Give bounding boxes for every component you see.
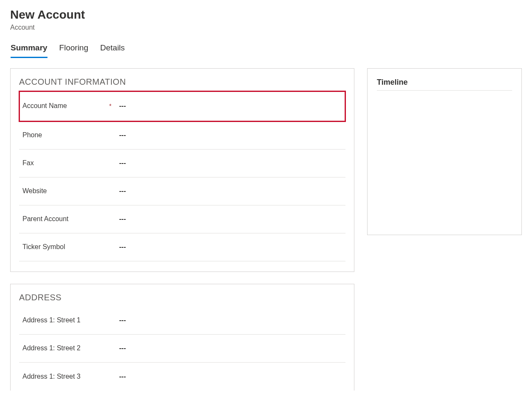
section-account-information: ACCOUNT INFORMATION Account Name * --- P… bbox=[10, 68, 354, 272]
field-row-parent-account[interactable]: Parent Account --- bbox=[19, 205, 345, 233]
field-value-website[interactable]: --- bbox=[116, 187, 342, 195]
field-label-fax: Fax bbox=[22, 159, 34, 167]
field-value-fax[interactable]: --- bbox=[116, 159, 342, 167]
field-label-address1-street2: Address 1: Street 2 bbox=[22, 344, 81, 352]
required-indicator: * bbox=[109, 103, 111, 109]
field-label-parent-account: Parent Account bbox=[22, 215, 69, 223]
field-value-account-name[interactable]: --- bbox=[116, 102, 342, 110]
timeline-title: Timeline bbox=[377, 78, 512, 91]
field-row-phone[interactable]: Phone --- bbox=[19, 122, 345, 150]
field-label-address1-street3: Address 1: Street 3 bbox=[22, 373, 81, 380]
field-value-ticker-symbol[interactable]: --- bbox=[116, 243, 342, 251]
field-row-fax[interactable]: Fax --- bbox=[19, 150, 345, 177]
field-value-address1-street2[interactable]: --- bbox=[116, 344, 342, 352]
field-row-address1-street2[interactable]: Address 1: Street 2 --- bbox=[19, 335, 345, 363]
tab-summary[interactable]: Summary bbox=[11, 43, 47, 58]
section-header-account-information: ACCOUNT INFORMATION bbox=[11, 69, 354, 91]
section-address: ADDRESS Address 1: Street 1 --- Address … bbox=[10, 284, 354, 391]
field-label-account-name: Account Name bbox=[22, 102, 67, 110]
field-row-address1-street3[interactable]: Address 1: Street 3 --- bbox=[19, 363, 345, 391]
field-label-phone: Phone bbox=[22, 131, 42, 139]
field-row-ticker-symbol[interactable]: Ticker Symbol --- bbox=[19, 233, 345, 261]
section-header-address: ADDRESS bbox=[11, 284, 354, 307]
timeline-panel: Timeline bbox=[367, 68, 522, 235]
tab-flooring[interactable]: Flooring bbox=[59, 43, 89, 58]
tab-list: Summary Flooring Details bbox=[10, 43, 522, 58]
field-value-parent-account[interactable]: --- bbox=[116, 215, 342, 223]
field-row-address1-street1[interactable]: Address 1: Street 1 --- bbox=[19, 307, 345, 335]
tab-details[interactable]: Details bbox=[100, 43, 125, 58]
field-value-address1-street1[interactable]: --- bbox=[116, 316, 342, 324]
field-label-address1-street1: Address 1: Street 1 bbox=[22, 316, 81, 324]
field-label-ticker-symbol: Ticker Symbol bbox=[22, 243, 65, 251]
field-row-website[interactable]: Website --- bbox=[19, 177, 345, 205]
page-subtitle: Account bbox=[10, 24, 522, 31]
field-value-address1-street3[interactable]: --- bbox=[116, 373, 342, 380]
field-label-website: Website bbox=[22, 187, 47, 195]
page-title: New Account bbox=[10, 8, 522, 22]
field-value-phone[interactable]: --- bbox=[116, 131, 342, 139]
field-row-account-name[interactable]: Account Name * --- bbox=[19, 91, 345, 122]
